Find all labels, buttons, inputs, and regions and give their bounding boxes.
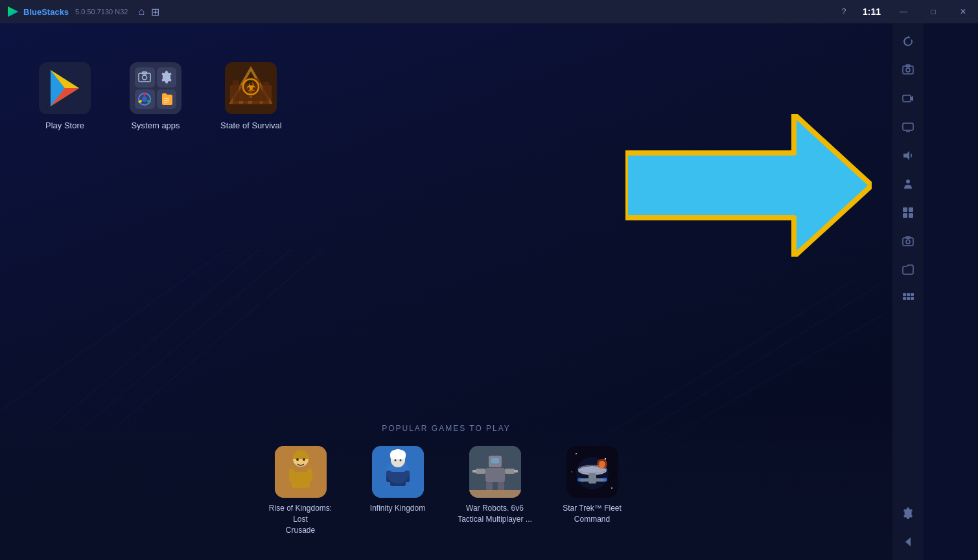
version-label: 5.0.50.7130 N32 bbox=[75, 8, 128, 16]
system-apps-icon bbox=[130, 62, 181, 114]
svg-rect-78 bbox=[498, 482, 504, 491]
close-button[interactable]: ✕ bbox=[948, 0, 978, 23]
multi-nav-icon[interactable]: ⊞ bbox=[151, 6, 159, 18]
svg-rect-81 bbox=[472, 470, 476, 472]
sidebar-icon-grid[interactable] bbox=[895, 200, 921, 226]
svg-point-86 bbox=[604, 458, 605, 460]
svg-point-64 bbox=[303, 458, 305, 461]
right-sidebar bbox=[892, 23, 924, 560]
play-store-icon bbox=[39, 62, 91, 114]
window-controls: ? ≡ — □ ✕ bbox=[829, 0, 978, 23]
system-apps-app[interactable]: System apps bbox=[130, 62, 181, 130]
sidebar-icon-person[interactable] bbox=[895, 171, 921, 197]
menu-button[interactable]: ≡ bbox=[859, 0, 889, 23]
bottom-section: POPULAR GAMES TO PLAY bbox=[0, 411, 892, 560]
state-of-survival-icon: ! ☣ bbox=[225, 62, 277, 114]
svg-point-89 bbox=[571, 471, 572, 472]
svg-rect-77 bbox=[486, 482, 493, 491]
svg-rect-21 bbox=[911, 293, 914, 296]
svg-rect-24 bbox=[911, 297, 914, 300]
svg-rect-80 bbox=[505, 469, 515, 474]
svg-rect-16 bbox=[903, 238, 913, 246]
game-star-trek[interactable]: Star Trek™ FleetCommand bbox=[553, 446, 631, 525]
svg-rect-20 bbox=[907, 293, 910, 296]
nav-icons: ⌂ ⊞ bbox=[138, 6, 159, 18]
system-apps-label: System apps bbox=[131, 121, 180, 130]
svg-point-63 bbox=[296, 458, 299, 461]
sidebar-icon-settings[interactable] bbox=[895, 500, 921, 526]
svg-point-72 bbox=[386, 460, 410, 484]
svg-marker-2 bbox=[908, 36, 911, 38]
svg-point-11 bbox=[906, 180, 910, 183]
game-label-star-trek: Star Trek™ FleetCommand bbox=[563, 503, 622, 525]
svg-point-4 bbox=[906, 68, 910, 72]
state-of-survival-label: State of Survival bbox=[220, 121, 282, 130]
sidebar-icon-apps[interactable] bbox=[895, 285, 921, 311]
svg-text:☣: ☣ bbox=[246, 82, 256, 93]
svg-line-29 bbox=[0, 249, 227, 411]
game-label-rise-of-kingdoms: Rise of Kingdoms: LostCrusade bbox=[262, 503, 340, 535]
svg-rect-3 bbox=[903, 66, 913, 74]
home-nav-icon[interactable]: ⌂ bbox=[138, 6, 145, 18]
svg-rect-22 bbox=[903, 297, 906, 300]
svg-rect-76 bbox=[485, 468, 505, 482]
svg-rect-79 bbox=[476, 469, 485, 474]
svg-rect-15 bbox=[909, 213, 913, 218]
sidebar-icon-video[interactable] bbox=[895, 86, 921, 111]
play-store-app[interactable]: Play Store bbox=[39, 62, 91, 130]
svg-rect-23 bbox=[907, 297, 910, 300]
apps-area: Play Store bbox=[39, 62, 282, 130]
sidebar-icon-folder[interactable] bbox=[895, 257, 921, 283]
svg-marker-57 bbox=[625, 114, 872, 257]
svg-rect-14 bbox=[903, 213, 907, 218]
sidebar-icon-tv[interactable] bbox=[895, 114, 921, 140]
svg-marker-1 bbox=[8, 6, 18, 17]
sidebar-icon-sound[interactable] bbox=[895, 143, 921, 169]
svg-rect-75 bbox=[491, 458, 499, 463]
game-label-war-robots: War Robots. 6v6Tactical Multiplayer ... bbox=[458, 503, 532, 525]
sidebar-icon-refresh[interactable] bbox=[895, 29, 921, 54]
game-label-infinity-kingdom: Infinity Kingdom bbox=[370, 503, 425, 514]
game-rise-of-kingdoms[interactable]: Rise of Kingdoms: LostCrusade bbox=[262, 446, 340, 535]
svg-point-99 bbox=[599, 461, 605, 467]
game-thumb-star-trek bbox=[566, 446, 618, 498]
maximize-button[interactable]: □ bbox=[918, 0, 948, 23]
svg-rect-61 bbox=[289, 469, 294, 482]
sidebar-icon-camera2[interactable] bbox=[895, 228, 921, 254]
svg-rect-60 bbox=[292, 472, 310, 488]
svg-rect-6 bbox=[903, 95, 911, 102]
svg-rect-8 bbox=[903, 123, 913, 130]
game-war-robots[interactable]: War Robots. 6v6Tactical Multiplayer ... bbox=[456, 446, 534, 525]
svg-point-42 bbox=[142, 97, 147, 102]
game-thumb-infinity-kingdom bbox=[372, 446, 424, 498]
svg-rect-83 bbox=[469, 490, 521, 498]
game-thumb-war-robots bbox=[469, 446, 521, 498]
app-name-label: BlueStacks bbox=[23, 7, 69, 17]
app-logo: BlueStacks 5.0.50.7130 N32 bbox=[6, 5, 128, 18]
help-button[interactable]: ? bbox=[829, 0, 859, 23]
sidebar-icon-screenshot[interactable] bbox=[895, 57, 921, 83]
svg-point-17 bbox=[906, 240, 910, 244]
state-of-survival-app[interactable]: ! ☣ State of Survival bbox=[220, 62, 282, 130]
svg-marker-10 bbox=[903, 151, 909, 160]
svg-rect-12 bbox=[903, 207, 907, 212]
svg-rect-82 bbox=[514, 470, 518, 472]
sidebar-icon-back[interactable] bbox=[895, 529, 921, 555]
svg-point-85 bbox=[576, 453, 577, 454]
minimize-button[interactable]: — bbox=[889, 0, 918, 23]
svg-rect-54 bbox=[262, 82, 269, 104]
svg-point-39 bbox=[143, 75, 147, 80]
title-bar: BlueStacks 5.0.50.7130 N32 ⌂ ⊞ 1:11 ? ≡ … bbox=[0, 0, 978, 23]
svg-rect-38 bbox=[139, 73, 150, 82]
svg-point-88 bbox=[611, 487, 612, 489]
svg-rect-13 bbox=[909, 207, 913, 212]
popular-games-label: POPULAR GAMES TO PLAY bbox=[382, 424, 511, 433]
game-infinity-kingdom[interactable]: Infinity Kingdom bbox=[359, 446, 437, 514]
popular-games-list: Rise of Kingdoms: LostCrusade bbox=[262, 446, 631, 535]
play-store-label: Play Store bbox=[45, 121, 84, 130]
svg-rect-62 bbox=[307, 469, 312, 482]
main-area: Play Store bbox=[0, 23, 924, 560]
annotation-arrow bbox=[625, 114, 872, 257]
bluestacks-logo-icon bbox=[6, 5, 19, 18]
svg-rect-19 bbox=[903, 293, 906, 296]
